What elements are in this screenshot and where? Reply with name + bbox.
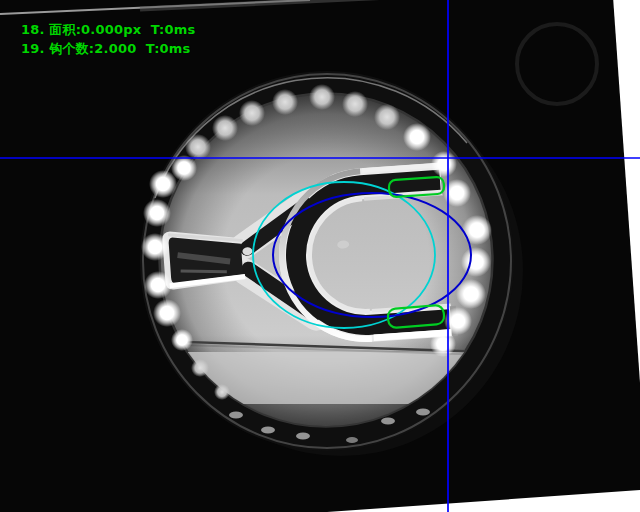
led-dot [342,91,368,117]
led-dot [143,199,171,227]
led-dot [346,437,358,443]
led-dot [461,247,491,277]
led-dot [309,84,335,110]
led-dot [212,115,238,141]
led-dot [431,151,457,177]
led-dot [430,331,456,357]
result-label: 钩个数: [49,41,94,56]
led-dot [229,412,243,419]
result-index: 19. [21,41,49,56]
faint-reflection-ring [517,24,597,104]
led-dot [261,427,275,434]
result-row-hook-count: 19. 钩个数:2.000 T:0ms [2,20,191,77]
led-dot [296,433,310,440]
led-dot [141,233,169,261]
vision-canvas[interactable]: 18. 面积:0.000px T:0ms 19. 钩个数:2.000 T:0ms [0,0,640,512]
led-dot [374,104,400,130]
led-dot [153,299,181,327]
led-dot [462,215,492,245]
led-dot [171,329,193,351]
led-dot [144,271,172,299]
led-dot [149,170,177,198]
led-dot [214,384,230,400]
result-value: 2.000 [94,41,136,56]
led-dot [239,100,265,126]
led-dot [272,89,298,115]
led-dot [403,123,431,151]
led-dot [191,359,209,377]
result-time: T:0ms [136,41,190,56]
led-dot [416,409,430,416]
led-dot [381,418,395,425]
